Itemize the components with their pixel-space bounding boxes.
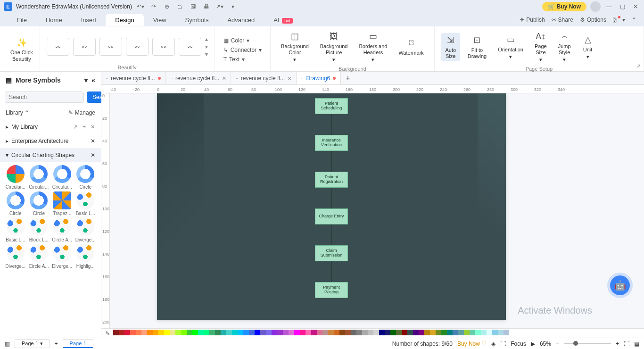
close-icon[interactable]: ✕ bbox=[631, 2, 640, 11]
color-swatch[interactable] bbox=[119, 330, 124, 335]
doc-tab[interactable]: ▫revenue cycle fl... bbox=[101, 72, 166, 84]
auto-size-button[interactable]: ⇲Auto Size bbox=[441, 33, 460, 61]
grid-view-icon[interactable]: ▦ bbox=[634, 341, 639, 347]
color-swatch[interactable] bbox=[322, 330, 328, 335]
color-swatch[interactable] bbox=[413, 330, 419, 335]
page-tab[interactable]: Page-1 bbox=[63, 339, 93, 348]
color-swatch[interactable] bbox=[475, 330, 481, 335]
shape-item[interactable]: Circular... bbox=[28, 165, 50, 190]
color-swatch[interactable] bbox=[249, 330, 255, 335]
buy-now-button[interactable]: 🛒 Buy Now bbox=[542, 2, 586, 11]
shape-item[interactable]: Circle bbox=[28, 191, 50, 216]
color-swatch[interactable] bbox=[170, 330, 175, 335]
theme-up-icon[interactable]: ▴ bbox=[205, 36, 208, 42]
color-swatch[interactable] bbox=[300, 330, 305, 335]
color-swatch[interactable] bbox=[356, 330, 362, 335]
color-swatch[interactable] bbox=[328, 330, 334, 335]
more-icon[interactable]: ▾ bbox=[228, 2, 238, 11]
color-swatch[interactable] bbox=[402, 330, 407, 335]
chat-bubble-button[interactable]: 🤖 bbox=[610, 275, 630, 295]
new-icon[interactable]: ⊕ bbox=[162, 2, 172, 11]
color-swatch[interactable] bbox=[153, 330, 158, 335]
doc-tab[interactable]: ▫Drawing6 bbox=[297, 72, 341, 84]
doc-tab[interactable]: ▫revenue cycle fl...× bbox=[166, 72, 231, 84]
color-swatch[interactable] bbox=[487, 330, 492, 335]
menu-view[interactable]: View bbox=[144, 14, 176, 26]
color-swatch[interactable] bbox=[226, 330, 232, 335]
color-swatch[interactable] bbox=[317, 330, 322, 335]
color-swatch[interactable] bbox=[407, 330, 413, 335]
export-lib-icon[interactable]: ↗ bbox=[73, 124, 78, 130]
options-button[interactable]: ⚙Options bbox=[580, 17, 606, 23]
sidebar-item-enterprise[interactable]: ▸ Enterprise Architecture ✕ bbox=[0, 134, 101, 148]
color-swatch[interactable] bbox=[453, 330, 458, 335]
folder-icon[interactable]: 🗀 bbox=[175, 2, 185, 11]
export-icon[interactable]: ↗▾ bbox=[215, 2, 224, 11]
color-swatch[interactable] bbox=[124, 330, 130, 335]
color-swatch[interactable] bbox=[334, 330, 339, 335]
color-swatch[interactable] bbox=[175, 330, 181, 335]
shape-item[interactable]: Diverge... bbox=[75, 218, 97, 242]
text-dropdown[interactable]: TText▾ bbox=[222, 56, 264, 63]
play-icon[interactable]: ▶ bbox=[531, 341, 535, 347]
color-swatch[interactable] bbox=[255, 330, 260, 335]
color-swatch[interactable] bbox=[136, 330, 141, 335]
color-swatch[interactable] bbox=[272, 330, 277, 335]
theme-thumb-1[interactable]: ◦◦ bbox=[47, 38, 69, 56]
buy-now-link[interactable]: Buy Now ♡ bbox=[457, 341, 487, 347]
color-swatch[interactable] bbox=[458, 330, 464, 335]
thumbnail-view-icon[interactable]: ▥ bbox=[5, 341, 10, 347]
doc-tab[interactable]: ▫revenue cycle fl...× bbox=[231, 72, 297, 84]
sidebar-item-circular[interactable]: ▾ Circular Charting Shapes ✕ bbox=[0, 148, 101, 162]
add-page-icon[interactable]: + bbox=[51, 341, 62, 347]
color-swatch[interactable] bbox=[243, 330, 249, 335]
canvas[interactable]: PatientSchedulingInsuranceVerificationPa… bbox=[110, 93, 644, 328]
color-swatch[interactable] bbox=[441, 330, 447, 335]
close-tab-icon[interactable]: × bbox=[288, 75, 291, 82]
more-symbols-label[interactable]: More Symbols bbox=[16, 76, 81, 84]
print-icon[interactable]: 🖶 bbox=[202, 2, 211, 11]
theme-thumb-5[interactable]: ◦◦ bbox=[152, 38, 175, 56]
bg-color-button[interactable]: ◫Background Color▾ bbox=[277, 29, 313, 65]
flow-node[interactable]: Charge Entry bbox=[315, 208, 348, 224]
fit-drawing-button[interactable]: ⊡Fit to Drawing bbox=[464, 33, 490, 61]
manage-link[interactable]: ✎ Manage bbox=[68, 109, 95, 116]
color-swatch[interactable] bbox=[396, 330, 402, 335]
jump-style-button[interactable]: ⌢Jump Style▾ bbox=[554, 29, 575, 65]
shape-item[interactable]: Circle A... bbox=[51, 218, 73, 242]
share-button[interactable]: ⚯Share bbox=[552, 17, 573, 23]
menu-symbols[interactable]: Symbols bbox=[176, 14, 218, 26]
shape-item[interactable]: Diverge... bbox=[51, 244, 73, 269]
shape-item[interactable]: Highlig... bbox=[75, 244, 97, 269]
one-click-beautify-button[interactable]: ✨ One Click Beautify bbox=[7, 35, 37, 64]
zoom-out-icon[interactable]: − bbox=[556, 341, 559, 347]
shape-item[interactable]: Basic L... bbox=[5, 218, 26, 242]
collapse-ribbon-icon[interactable]: ⌃ bbox=[632, 17, 636, 23]
color-swatch[interactable] bbox=[238, 330, 243, 335]
color-swatch[interactable] bbox=[209, 330, 215, 335]
shape-item[interactable]: Basic L... bbox=[75, 191, 97, 216]
menu-home[interactable]: Home bbox=[36, 14, 72, 26]
color-swatch[interactable] bbox=[260, 330, 266, 335]
color-swatch[interactable] bbox=[464, 330, 470, 335]
color-swatch[interactable] bbox=[294, 330, 300, 335]
color-swatch[interactable] bbox=[289, 330, 294, 335]
color-swatch[interactable] bbox=[277, 330, 283, 335]
borders-button[interactable]: ▭Borders and Headers▾ bbox=[355, 29, 391, 65]
color-swatch[interactable] bbox=[436, 330, 441, 335]
color-swatch[interactable] bbox=[192, 330, 198, 335]
color-swatch[interactable] bbox=[351, 330, 356, 335]
color-swatch[interactable] bbox=[430, 330, 436, 335]
shape-item[interactable]: Block L... bbox=[28, 218, 50, 242]
watermark-button[interactable]: ⌑Watermark bbox=[395, 36, 427, 58]
shape-item[interactable]: Diverge... bbox=[5, 244, 26, 269]
color-swatch[interactable] bbox=[419, 330, 424, 335]
color-swatch[interactable] bbox=[390, 330, 396, 335]
orientation-button[interactable]: ▭Orientation▾ bbox=[494, 33, 527, 62]
color-swatch[interactable] bbox=[424, 330, 430, 335]
close-section-icon[interactable]: ✕ bbox=[91, 138, 95, 144]
color-swatch[interactable] bbox=[130, 330, 136, 335]
theme-thumb-2[interactable]: ◦◦ bbox=[73, 38, 96, 56]
flow-node[interactable]: InsuranceVerification bbox=[315, 135, 348, 151]
color-swatch[interactable] bbox=[215, 330, 221, 335]
